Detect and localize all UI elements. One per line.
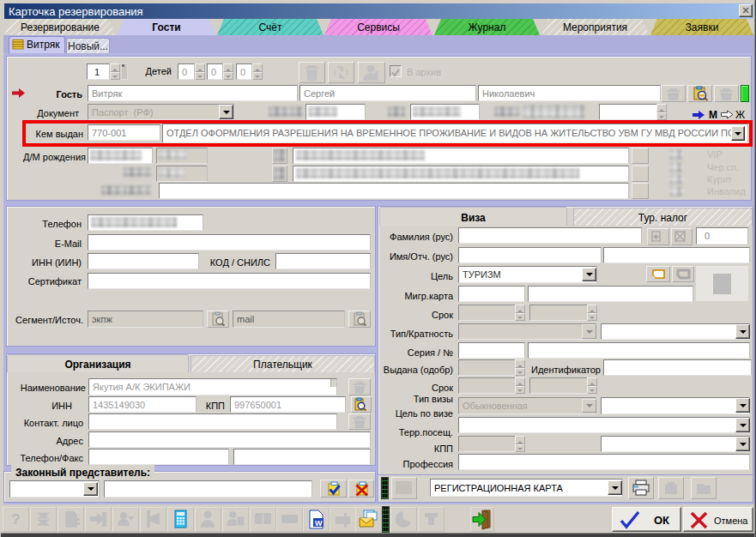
svg-text:W: W [315,519,323,528]
